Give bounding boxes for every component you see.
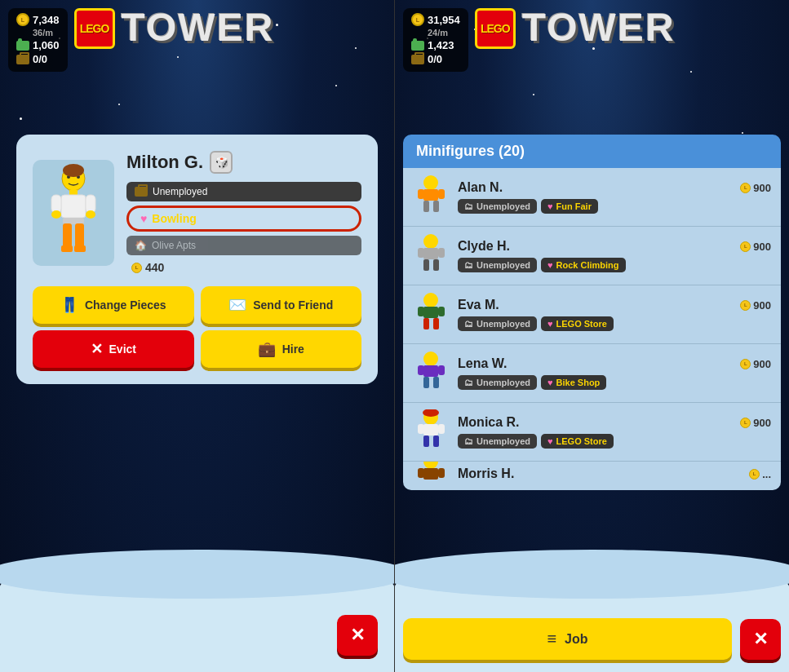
hobby-tag-alan: ♥ Fun Fair	[541, 199, 598, 214]
list-item[interactable]: Lena W. L 900 🗂 Unemployed ♥	[403, 344, 781, 403]
svg-rect-32	[433, 318, 439, 329]
avatar-lena	[413, 351, 450, 396]
bricks-row: 1,060	[16, 39, 60, 51]
coins-eva: L 900	[740, 299, 771, 312]
list-item[interactable]: Clyde H. L 900 🗂 Unemployed ♥	[403, 227, 781, 285]
figure-alan	[413, 175, 450, 219]
rate-row: 36/m	[16, 28, 60, 38]
heart-icon-clyde: ♥	[547, 260, 553, 270]
list-item[interactable]: Morris H. L ...	[403, 462, 781, 490]
name-clyde: Clyde H.	[458, 239, 510, 254]
action-grid: 👖 Change Pieces ✉️ Send to Friend ✕ Evic…	[33, 286, 361, 368]
coin-icon-clyde: L	[740, 241, 751, 252]
change-pieces-button[interactable]: 👖 Change Pieces	[33, 286, 194, 324]
change-pieces-icon: 👖	[60, 296, 78, 314]
hire-icon: 💼	[258, 340, 276, 358]
send-icon: ✉️	[228, 296, 246, 314]
svg-rect-42	[418, 424, 424, 434]
hire-button[interactable]: 💼 Hire	[201, 330, 362, 368]
tags-eva: 🗂 Unemployed ♥ LEGO Store	[458, 316, 771, 331]
svg-rect-48	[418, 468, 424, 478]
avatar-eva	[413, 292, 450, 337]
minifig-area: Milton G. 🎲 Unemployed ♥ Bowling	[33, 151, 361, 274]
svg-rect-17	[418, 189, 424, 199]
job-label: Job	[565, 632, 587, 647]
coin-icon-lena: L	[740, 359, 751, 369]
char-name: Milton G. 🎲	[126, 151, 361, 174]
evict-icon: ✕	[91, 340, 103, 358]
lego-logo-right: LEGO	[475, 8, 516, 49]
svg-rect-47	[423, 468, 438, 480]
list-item[interactable]: Monica R. L 900 🗂 Unemployed ♥	[403, 403, 781, 462]
character-dialog: Milton G. 🎲 Unemployed ♥ Bowling	[16, 135, 378, 384]
minifig-figure	[45, 164, 102, 262]
send-to-friend-button[interactable]: ✉️ Send to Friend	[201, 286, 362, 324]
coins-alan: L 900	[740, 182, 771, 194]
svg-rect-30	[438, 307, 445, 316]
coins-value-right: 31,954	[428, 14, 460, 26]
rate-row-right: 24/m	[411, 28, 460, 38]
svg-point-33	[423, 351, 438, 366]
apartment-pill: 🏠 Olive Apts	[126, 236, 361, 255]
svg-rect-19	[423, 201, 429, 212]
bricks-value: 1,060	[33, 39, 60, 51]
suitcase-row: 0/0	[16, 53, 60, 65]
figure-clyde	[413, 233, 450, 278]
svg-rect-14	[74, 245, 86, 252]
job-tag-monica: 🗂 Unemployed	[458, 434, 537, 449]
job-button[interactable]: ≡ Job	[403, 618, 732, 660]
hobby-tag-lena: ♥ Bike Shop	[541, 375, 606, 390]
svg-rect-34	[423, 365, 438, 377]
brick-icon	[16, 41, 29, 51]
char-coin-icon: L	[131, 263, 142, 273]
right-screen: L 31,954 24/m 1,423 0/0 LEGO TOWER Minif…	[395, 0, 789, 672]
svg-point-27	[423, 293, 438, 307]
panel-title: Minifigures (20)	[416, 143, 525, 159]
coins-value: 7,348	[33, 14, 60, 26]
coins-monica: L 900	[740, 417, 771, 429]
coins-clyde: L 900	[740, 241, 771, 253]
close-button-left[interactable]: ✕	[337, 615, 378, 656]
figure-monica	[413, 409, 450, 454]
panel-header: Minifigures (20)	[403, 135, 781, 168]
job-label: Unemployed	[153, 186, 207, 197]
svg-rect-41	[423, 424, 438, 435]
list-item[interactable]: Alan N. L 900 🗂 Unemployed ♥	[403, 168, 781, 227]
brick-icon-right	[411, 41, 424, 51]
svg-rect-16	[423, 189, 438, 201]
svg-rect-7	[86, 195, 95, 213]
svg-point-21	[423, 234, 438, 249]
heart-icon-lena: ♥	[547, 378, 553, 387]
bricks-value-right: 1,423	[428, 39, 454, 51]
svg-rect-37	[423, 377, 429, 388]
name-lena: Lena W.	[458, 356, 507, 371]
tower-title-right: TOWER	[522, 8, 676, 47]
close-button-right[interactable]: ✕	[740, 619, 781, 660]
name-eva: Eva M.	[458, 298, 499, 312]
svg-point-15	[423, 175, 438, 190]
svg-rect-45	[433, 435, 439, 447]
name-row-monica: Monica R. L 900	[458, 415, 771, 430]
info-alan: Alan N. L 900 🗂 Unemployed ♥	[458, 180, 771, 214]
coin-icon-morris: L	[749, 469, 760, 480]
svg-rect-22	[423, 248, 438, 259]
svg-point-8	[51, 210, 61, 219]
minifigures-panel: Minifigures (20) Alan N.	[403, 135, 781, 607]
stats-box-right: L 31,954 24/m 1,423 0/0	[403, 8, 468, 72]
info-lena: Lena W. L 900 🗂 Unemployed ♥	[458, 356, 771, 390]
lego-logo-left: LEGO	[74, 8, 115, 49]
panel-body: Alan N. L 900 🗂 Unemployed ♥	[403, 168, 781, 490]
svg-rect-35	[418, 365, 424, 375]
bottom-bar-right: ≡ Job ✕	[403, 618, 781, 660]
svg-rect-11	[63, 223, 72, 248]
heart-icon-monica: ♥	[547, 436, 553, 446]
avatar-morris	[413, 462, 450, 490]
svg-point-46	[423, 462, 438, 469]
name-row-clyde: Clyde H. L 900	[458, 239, 771, 254]
evict-button[interactable]: ✕ Evict	[33, 330, 194, 368]
header-left: L 7,348 36/m 1,060 0/0 LEGO TOWER	[8, 8, 274, 72]
filter-icon: ≡	[547, 630, 556, 648]
svg-rect-43	[438, 424, 445, 434]
list-item[interactable]: Eva M. L 900 🗂 Unemployed ♥	[403, 285, 781, 344]
dice-button[interactable]: 🎲	[210, 151, 233, 174]
